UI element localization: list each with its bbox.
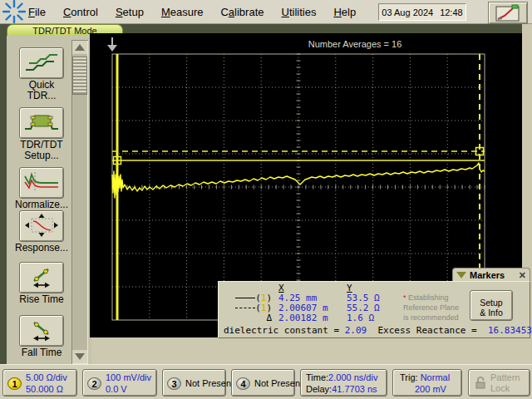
tdr-tdt-setup-icon [22,110,62,135]
menu-item-calibrate[interactable]: Calibrate [220,6,264,18]
channel-1-badge: 1 [7,377,22,390]
delta-y-value: 1.6 Ω [347,313,374,323]
channel-2-readout: 100 mV/div 0.0 V [106,372,151,395]
marker2-symbol: (1) [224,303,272,313]
fall-time-icon [22,318,62,342]
delta-x-value: 2.00182 m [278,313,328,323]
scroll-up-button[interactable] [72,41,87,54]
channel-3-button[interactable]: 3 Not Present [162,369,226,397]
channel-4-button[interactable]: 4 Not Present [231,369,295,397]
markers-tab[interactable]: Markers ✕ [452,268,530,282]
down-arrow-icon [75,353,85,360]
menu-bar: FileControlSetupMeasureCalibrateUtilitie… [0,0,532,24]
sidebar-item-rise-time: Rise Time [7,262,76,305]
dielectric-readout: dielectric constant = 2.09 Excess Reacta… [224,325,532,336]
channel-2-badge: 2 [87,377,101,390]
quick-tdr-icon [22,50,62,75]
fall-time-button[interactable] [19,315,64,347]
reactance-label: Excess Reactance = [377,325,482,336]
menu-item-utilities[interactable]: Utilities [282,6,317,18]
sidebar-label: Fall Time [7,347,76,358]
dielectric-label: dielectric constant = [224,325,345,336]
datetime-display: 03 Aug 2024 12:48 [378,3,466,21]
sidebar-item-tdr-tdt-setup: TDR/TDTSetup... [7,107,76,161]
dielectric-value: 2.09 [345,325,367,336]
trace-reference-arrow-icon [101,35,125,53]
response-icon [22,213,62,238]
annotation-button[interactable] [488,2,528,24]
menu-item-measure[interactable]: Measure [161,6,204,18]
sidebar-label: QuickTDR... [7,80,76,101]
warning-asterisk-icon: * [403,293,406,302]
setup-info-button[interactable]: Setup & Info [470,290,513,321]
sidebar-label: Response... [7,243,76,254]
left-border-strip [0,24,7,367]
averages-readout: Number Averages = 16 [288,39,421,49]
delta-symbol: Δ [224,313,272,323]
sidebar-item-quick-tdr: QuickTDR... [7,47,76,101]
normalize-icon [22,170,62,195]
menu-item-help[interactable]: Help [333,6,356,18]
lock-icon [475,376,486,390]
channel-2-button[interactable]: 2 100 mV/div 0.0 V [82,369,157,397]
quick-tdr-button[interactable] [19,47,64,79]
channel-4-readout: Not Present [254,377,303,389]
date-text: 03 Aug 2024 [382,7,433,17]
pattern-lock-button[interactable]: Pattern Lock [468,369,530,397]
markers-tab-label: Markers [470,270,505,280]
sidebar-label: TDR/TDTSetup... [7,140,76,161]
rise-time-button[interactable] [19,262,64,293]
instrument-screen: FileControlSetupMeasureCalibrateUtilitie… [0,0,532,399]
response-button[interactable] [19,210,64,242]
up-arrow-icon [75,44,85,51]
whiteboard-pen-icon [495,4,521,22]
channel-1-readout: 5.00 Ω/div 50.000 Ω [26,372,67,395]
scrollbar-thumb[interactable] [72,57,87,95]
menu-items: FileControlSetupMeasureCalibrateUtilitie… [28,4,373,19]
close-icon[interactable]: ✕ [519,270,526,281]
sidebar-label: Normalize... [7,200,76,210]
rise-time-icon [22,264,62,289]
sidebar-item-fall-time: Fall Time [7,315,76,358]
sidebar-label: Rise Time [7,294,76,305]
time-text: 12:48 [440,7,463,17]
pattern-lock-label: Pattern Lock [490,372,520,394]
markers-panel: X Y (1) 4.25 mm 53.5 Ω (1) 2.00607 m 55.… [218,281,530,338]
channel-3-badge: 3 [167,377,181,390]
tdr-tdt-setup-button[interactable] [19,107,64,139]
normalize-button[interactable] [19,167,64,199]
collapse-triangle-icon [456,272,466,278]
sidebar-item-response: Response... [7,210,76,254]
mode-tab-label: TDR/TDT Mode [32,26,96,36]
agilent-logo-icon [0,0,28,23]
menu-item-file[interactable]: File [28,6,46,18]
sidebar-toolbar: QuickTDR... TDR/TDTSetup... [7,36,91,364]
menu-item-control[interactable]: Control [63,6,98,18]
channel-1-button[interactable]: 1 5.00 Ω/div 50.000 Ω [2,369,77,397]
channel-4-badge: 4 [236,377,250,390]
sidebar-scrollbar[interactable] [71,40,88,364]
status-bar: 1 5.00 Ω/div 50.000 Ω 2 100 mV/div 0.0 V… [0,364,532,399]
channel-3-readout: Not Present [185,377,234,389]
reference-plane-note: * Establishing Reference Plane is recomm… [403,293,476,323]
sidebar-item-normalize: Normalize... [7,167,76,210]
menu-item-setup[interactable]: Setup [116,6,144,18]
timebase-button[interactable]: Time:2.000 ns/div Delay:41.7703 ns [300,369,387,397]
scroll-down-button[interactable] [72,350,87,363]
reactance-value: 16.83453 pF [488,325,532,336]
trigger-button[interactable]: Trig: Normal 200 mV [392,369,462,397]
